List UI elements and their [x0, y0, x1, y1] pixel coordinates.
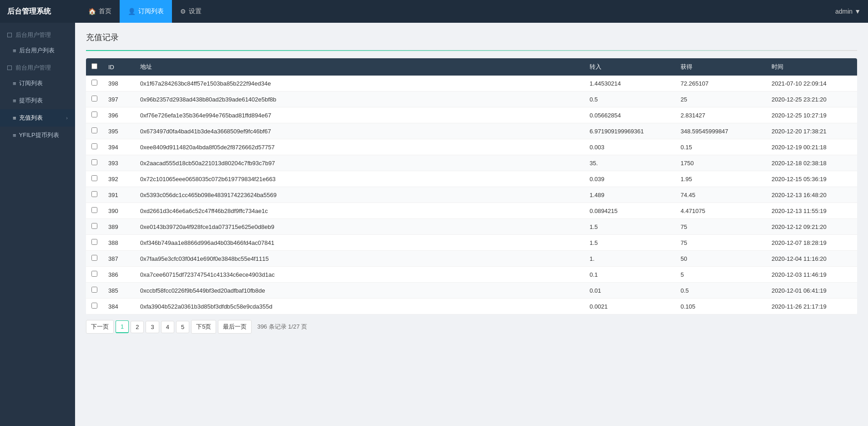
- cell-id: 392: [103, 171, 135, 187]
- cell-get: 0.5: [675, 283, 766, 299]
- row-checkbox[interactable]: [91, 303, 97, 309]
- cell-transfer: 35.: [584, 155, 675, 171]
- sidebar-item-yfilp-label: ≡ YFILP提币列表: [13, 131, 59, 139]
- nav-settings-label: 设置: [189, 7, 202, 15]
- row-checkbox-cell[interactable]: [86, 187, 103, 203]
- cell-id: 396: [103, 107, 135, 123]
- row-checkbox[interactable]: [91, 287, 97, 293]
- cell-get: 74.45: [675, 187, 766, 203]
- group-icon-2: [7, 66, 12, 70]
- row-checkbox-cell[interactable]: [86, 235, 103, 251]
- row-checkbox[interactable]: [91, 143, 97, 149]
- list-icon-5: ≡: [13, 132, 16, 139]
- cell-id: 393: [103, 155, 135, 171]
- sidebar-item-recharge[interactable]: ≡ 充值列表 ›: [0, 109, 75, 127]
- last-page-button[interactable]: 最后一页: [218, 320, 252, 334]
- col-transfer: 转入: [584, 58, 675, 76]
- row-checkbox[interactable]: [91, 127, 97, 133]
- row-checkbox-cell[interactable]: [86, 267, 103, 283]
- row-checkbox-cell[interactable]: [86, 299, 103, 314]
- row-checkbox-cell[interactable]: [86, 91, 103, 107]
- row-checkbox-cell[interactable]: [86, 123, 103, 139]
- row-checkbox[interactable]: [91, 112, 97, 117]
- cell-addr: 0x673497d0fa4bad41b3de4a3668509ef9fc46bf…: [135, 123, 584, 139]
- title-divider: [86, 50, 857, 51]
- cell-get: 50: [675, 251, 766, 267]
- cell-time: 2020-12-13 11:55:19: [766, 203, 857, 219]
- row-checkbox[interactable]: [91, 207, 97, 213]
- page-btn-3[interactable]: 3: [146, 321, 159, 333]
- cell-time: 2020-12-18 02:38:18: [766, 155, 857, 171]
- table-container: ID 地址 转入 获得 时间 398 0x1f67a284263bc84ff57…: [86, 58, 857, 314]
- cell-transfer: 1.5: [584, 219, 675, 235]
- cell-time: 2020-12-15 05:36:19: [766, 171, 857, 187]
- cell-id: 390: [103, 203, 135, 219]
- cell-transfer: 1.: [584, 251, 675, 267]
- row-checkbox[interactable]: [91, 80, 97, 86]
- cell-get: 2.831427: [675, 107, 766, 123]
- cell-id: 395: [103, 123, 135, 139]
- row-checkbox-cell[interactable]: [86, 107, 103, 123]
- cell-get: 348.59545999847: [675, 123, 766, 139]
- sidebar-item-subscribe-label: ≡ 订阅列表: [13, 79, 43, 87]
- row-checkbox[interactable]: [91, 271, 97, 277]
- cell-time: 2020-12-01 06:41:19: [766, 283, 857, 299]
- list-icon-2: ≡: [13, 80, 16, 87]
- select-all-checkbox[interactable]: [91, 63, 97, 69]
- cell-get: 5: [675, 267, 766, 283]
- cell-time: 2020-12-03 11:46:19: [766, 267, 857, 283]
- row-checkbox-cell[interactable]: [86, 203, 103, 219]
- chevron-down-icon: ▼: [854, 8, 861, 15]
- top-nav: 后台管理系统 🏠 首页 👤 订阅列表 ⚙ 设置 admin ▼: [0, 0, 868, 23]
- row-checkbox-cell[interactable]: [86, 283, 103, 299]
- cell-addr: 0x72c101065eee0658035c072b619779834f21e6…: [135, 171, 584, 187]
- table-row: 390 0xd2661d3c46e6a6c52c47ff46b28df9ffc7…: [86, 203, 857, 219]
- cell-addr: 0xd2661d3c46e6a6c52c47ff46b28df9ffc734ae…: [135, 203, 584, 219]
- table-row: 392 0x72c101065eee0658035c072b619779834f…: [86, 171, 857, 187]
- table-row: 388 0xf346b749aa1e8866d996ad4b03b466fd4a…: [86, 235, 857, 251]
- page-btn-5[interactable]: 5: [176, 321, 189, 333]
- nav-settings[interactable]: ⚙ 设置: [172, 0, 210, 23]
- cell-transfer: 1.489: [584, 187, 675, 203]
- row-checkbox[interactable]: [91, 255, 97, 261]
- sidebar-item-withdraw[interactable]: ≡ 提币列表: [0, 92, 75, 109]
- sidebar-item-admin-users[interactable]: ≡ 后台用户列表: [0, 42, 75, 59]
- row-checkbox[interactable]: [91, 175, 97, 181]
- row-checkbox-cell[interactable]: [86, 76, 103, 91]
- row-checkbox-cell[interactable]: [86, 171, 103, 187]
- cell-id: 388: [103, 235, 135, 251]
- sidebar-item-subscribe[interactable]: ≡ 订阅列表: [0, 75, 75, 92]
- sidebar-item-yfilp[interactable]: ≡ YFILP提币列表: [0, 127, 75, 144]
- page-btn-4[interactable]: 4: [161, 321, 174, 333]
- cell-time: 2020-12-13 16:48:20: [766, 187, 857, 203]
- cell-time: 2020-12-07 18:28:19: [766, 235, 857, 251]
- row-checkbox[interactable]: [91, 96, 97, 101]
- page-btn-1[interactable]: 1: [116, 320, 129, 333]
- page-info: 396 条记录 1/27 页: [257, 323, 307, 331]
- nav-items: 🏠 首页 👤 订阅列表 ⚙ 设置: [80, 0, 835, 23]
- cell-transfer: 1.44530214: [584, 76, 675, 91]
- prev-page-button[interactable]: 下一页: [86, 320, 114, 334]
- nav-home-label: 首页: [99, 7, 111, 15]
- cell-transfer: 6.971909199969361: [584, 123, 675, 139]
- user-area[interactable]: admin ▼: [835, 8, 861, 15]
- row-checkbox[interactable]: [91, 223, 97, 229]
- row-checkbox-cell[interactable]: [86, 219, 103, 235]
- app-logo: 后台管理系统: [7, 7, 80, 16]
- row-checkbox[interactable]: [91, 191, 97, 197]
- row-checkbox[interactable]: [91, 159, 97, 165]
- row-checkbox-cell[interactable]: [86, 155, 103, 171]
- page-btn-2[interactable]: 2: [131, 321, 144, 333]
- cell-id: 398: [103, 76, 135, 91]
- nav-home[interactable]: 🏠 首页: [80, 0, 120, 23]
- nav-subscribe[interactable]: 👤 订阅列表: [120, 0, 172, 23]
- cell-addr: 0xccbf58fcc0226f9b5449bf3ed20adfbaf10fb8…: [135, 283, 584, 299]
- cell-addr: 0xfa3904b522a0361b3d85bf3dfdb5c58e9cda35…: [135, 299, 584, 314]
- row-checkbox[interactable]: [91, 239, 97, 245]
- row-checkbox-cell[interactable]: [86, 251, 103, 267]
- row-checkbox-cell[interactable]: [86, 139, 103, 155]
- sidebar-item-recharge-label: ≡ 充值列表: [13, 114, 43, 122]
- cell-transfer: 0.039: [584, 171, 675, 187]
- list-icon-3: ≡: [13, 97, 16, 104]
- next-5-pages-button[interactable]: 下5页: [191, 320, 216, 334]
